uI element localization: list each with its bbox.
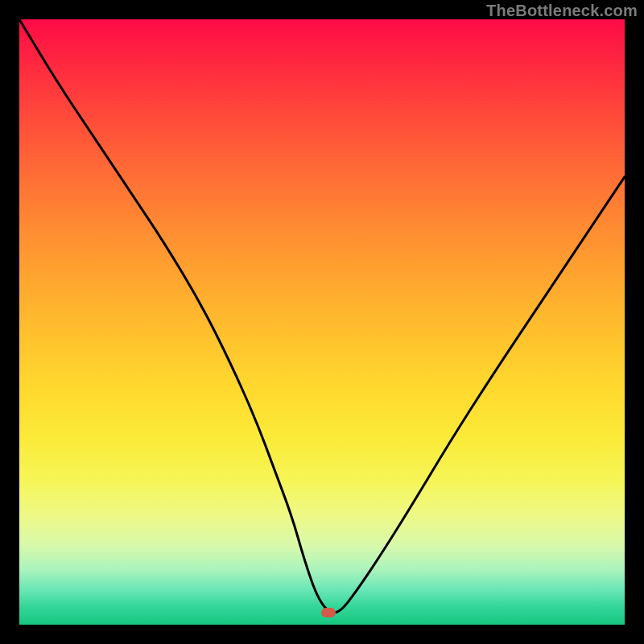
bottleneck-curve <box>19 19 625 613</box>
chart-frame: TheBottleneck.com <box>0 0 644 644</box>
bottleneck-marker <box>321 608 336 617</box>
plot-area <box>19 19 625 625</box>
attribution-text: TheBottleneck.com <box>486 2 638 20</box>
curve-svg <box>19 19 625 625</box>
